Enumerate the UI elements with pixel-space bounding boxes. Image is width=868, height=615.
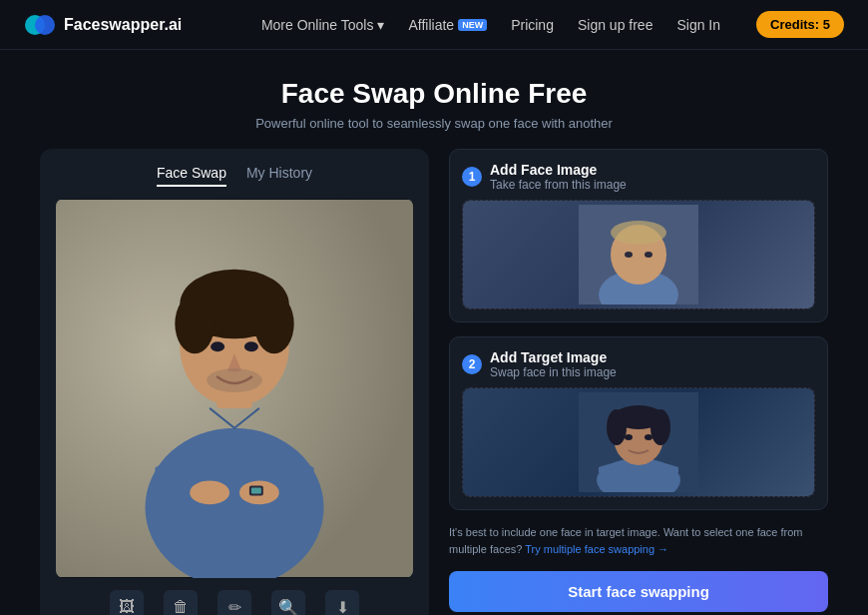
svg-rect-16 xyxy=(251,487,261,493)
svg-point-22 xyxy=(625,252,633,258)
step1-number: 1 xyxy=(462,167,482,187)
target-person-image xyxy=(56,199,413,578)
download-icon: ⬇ xyxy=(336,598,349,616)
multiple-swap-link[interactable]: Try multiple face swapping → xyxy=(525,543,668,555)
hero-title: Face Swap Online Free xyxy=(0,78,868,110)
toolbar: 🖼 🗑 ✏ 🔍 ⬇ xyxy=(56,590,413,615)
step2-subtitle: Swap face in this image xyxy=(490,365,617,379)
step1-section: 1 Add Face Image Take face from this ima… xyxy=(449,149,828,322)
hero-section: Face Swap Online Free Powerful online to… xyxy=(0,50,868,149)
step1-subtitle: Take face from this image xyxy=(490,178,627,192)
step1-title: Add Face Image xyxy=(490,162,627,178)
zoom-out-icon: 🔍 xyxy=(278,598,298,616)
start-swap-button[interactable]: Start face swapping xyxy=(449,571,828,612)
svg-point-9 xyxy=(254,295,294,354)
new-badge: New xyxy=(458,19,487,31)
step1-info: Add Face Image Take face from this image xyxy=(490,162,627,192)
chevron-down-icon: ▾ xyxy=(377,17,384,33)
disclaimer-text: It's best to include one face in target … xyxy=(449,524,828,557)
svg-point-29 xyxy=(607,409,627,445)
svg-point-31 xyxy=(625,434,633,440)
nav-links: More Online Tools ▾ Affiliate New Pricin… xyxy=(261,11,844,38)
svg-point-12 xyxy=(207,368,262,392)
step2-header: 2 Add Target Image Swap face in this ima… xyxy=(462,349,815,379)
right-panel: 1 Add Face Image Take face from this ima… xyxy=(449,149,828,615)
svg-point-11 xyxy=(244,341,258,351)
navbar: Faceswapper.ai More Online Tools ▾ Affil… xyxy=(0,0,868,50)
logo[interactable]: Faceswapper.ai xyxy=(24,9,182,41)
credits-button[interactable]: Credits: 5 xyxy=(756,11,844,38)
hero-subtitle: Powerful online tool to seamlessly swap … xyxy=(0,116,868,131)
svg-point-10 xyxy=(211,341,224,351)
tab-face-swap[interactable]: Face Swap xyxy=(157,165,226,187)
delete-button[interactable]: 🗑 xyxy=(164,590,198,615)
face-image-preview-2 xyxy=(463,388,814,496)
nav-pricing[interactable]: Pricing xyxy=(511,17,554,33)
left-panel: Face Swap My History xyxy=(40,149,429,615)
svg-point-13 xyxy=(190,480,229,504)
image-preview xyxy=(56,199,413,578)
step2-info: Add Target Image Swap face in this image xyxy=(490,349,617,379)
upload-button[interactable]: 🖼 xyxy=(110,590,144,615)
nav-more-tools[interactable]: More Online Tools ▾ xyxy=(261,17,385,33)
face-image-2[interactable] xyxy=(462,387,815,497)
nav-signup[interactable]: Sign up free xyxy=(578,17,653,33)
svg-point-1 xyxy=(35,15,55,35)
svg-point-30 xyxy=(651,409,670,445)
face-image-1[interactable] xyxy=(462,200,815,309)
face-image-preview-1 xyxy=(463,201,814,308)
tabs: Face Swap My History xyxy=(56,165,413,187)
svg-point-21 xyxy=(611,221,666,245)
face2-svg xyxy=(579,392,698,492)
step2-number: 2 xyxy=(462,354,482,374)
pencil-icon: ✏ xyxy=(228,598,241,616)
step2-title: Add Target Image xyxy=(490,349,617,365)
tab-my-history[interactable]: My History xyxy=(246,165,312,187)
upload-icon: 🖼 xyxy=(119,598,135,615)
face1-svg xyxy=(579,205,698,305)
brand-name: Faceswapper.ai xyxy=(64,16,182,34)
svg-point-23 xyxy=(645,252,652,258)
logo-icon xyxy=(24,9,56,41)
svg-point-32 xyxy=(645,434,652,440)
main-content: Face Swap My History xyxy=(0,149,868,615)
zoom-button[interactable]: 🔍 xyxy=(271,590,305,615)
svg-point-8 xyxy=(175,295,215,354)
nav-affiliate[interactable]: Affiliate New xyxy=(408,17,487,33)
edit-button[interactable]: ✏ xyxy=(217,590,251,615)
trash-icon: 🗑 xyxy=(173,598,189,615)
download-button[interactable]: ⬇ xyxy=(325,590,359,615)
step1-header: 1 Add Face Image Take face from this ima… xyxy=(462,162,815,192)
step2-section: 2 Add Target Image Swap face in this ima… xyxy=(449,336,828,510)
nav-signin[interactable]: Sign In xyxy=(676,17,720,33)
